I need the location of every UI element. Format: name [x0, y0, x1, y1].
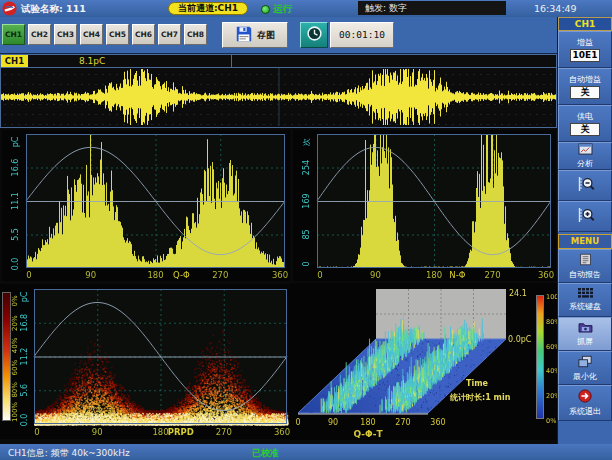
qphi-histogram-chart	[2, 130, 290, 281]
channel-button-ch6[interactable]: CH6	[132, 24, 155, 45]
save-image-button[interactable]: 存图	[222, 22, 288, 48]
timer-display: 00:01:10	[330, 22, 394, 48]
axis-zoom-in-icon	[576, 206, 595, 227]
peak-charge-readout: 8.1pC	[79, 56, 105, 66]
save-image-label: 存图	[257, 29, 275, 42]
auto-report-label: 自动报告	[569, 269, 601, 280]
channel-tag: CH1	[1, 55, 28, 67]
channel-buttons: CH1CH2CH3CH4CH5CH6CH7CH8	[2, 24, 207, 45]
exit-icon	[578, 389, 592, 405]
qphit-3d-chart	[290, 283, 557, 440]
power-supply-value: 关	[570, 123, 600, 136]
channel-button-ch1[interactable]: CH1	[2, 24, 25, 45]
system-keyboard-label: 系统键盘	[569, 301, 601, 312]
prpd-heatmap-chart	[0, 284, 290, 439]
history-timer-button[interactable]	[300, 22, 328, 48]
run-status-label: 运行	[273, 3, 292, 16]
screen-capture-label: 抓屏	[577, 336, 593, 347]
app-logo-icon	[2, 1, 17, 16]
gain-value: 10E1	[570, 49, 600, 62]
zoom-out-button[interactable]	[558, 170, 612, 201]
channel-button-ch2[interactable]: CH2	[28, 24, 51, 45]
channel-button-ch4[interactable]: CH4	[80, 24, 103, 45]
zoom-in-button[interactable]	[558, 201, 612, 232]
auto-gain-label: 自动增益	[569, 74, 601, 85]
auto-gain-value: 关	[570, 86, 600, 99]
screen-capture-button[interactable]: 抓屏	[558, 317, 612, 351]
gain-button[interactable]: 增益 10E1	[558, 31, 612, 68]
system-exit-label: 系统退出	[569, 406, 601, 417]
system-keyboard-button[interactable]: 系统键盘	[558, 283, 612, 317]
floppy-disk-icon	[235, 25, 253, 45]
run-indicator-icon	[261, 5, 270, 14]
clock-history-icon	[306, 25, 323, 46]
waveform-chart	[1, 68, 556, 126]
system-clock: 16:34:49	[534, 3, 577, 14]
waveform-header: CH1 8.1pC	[1, 55, 556, 68]
sidebar: CH1 增益 10E1 自动增益 关 供电 关 分析	[557, 17, 612, 444]
top-bar: 试验名称: 111 当前通道:CH1 运行 触发: 数字 16:34:49	[0, 0, 612, 17]
test-name-label: 试验名称: 111	[21, 3, 86, 16]
run-status: 运行	[261, 3, 292, 16]
minimize-label: 最小化	[573, 371, 597, 382]
pd-analyzer-window: 试验名称: 111 当前通道:CH1 运行 触发: 数字 16:34:49 CH…	[0, 0, 612, 460]
power-supply-label: 供电	[577, 111, 593, 122]
keyboard-icon	[578, 288, 593, 300]
minimize-windows-icon	[578, 355, 592, 370]
capture-folder-icon	[578, 321, 593, 335]
channel-button-ch7[interactable]: CH7	[158, 24, 181, 45]
analysis-label: 分析	[577, 158, 593, 169]
analysis-window-icon	[578, 143, 593, 157]
auto-gain-button[interactable]: 自动增益 关	[558, 68, 612, 105]
calibrated-badge: 已校准	[252, 447, 279, 460]
nphi-histogram-chart	[293, 130, 556, 281]
menu-header: MENU	[558, 234, 612, 249]
trigger-mode-box: 触发: 数字	[358, 1, 506, 15]
channel-button-ch3[interactable]: CH3	[54, 24, 77, 45]
toolbar: CH1CH2CH3CH4CH5CH6CH7CH8 存图 00:01:10	[0, 17, 557, 54]
channel-info-label: CH1信息: 频带 40k~300kHz	[8, 447, 130, 460]
gain-label: 增益	[577, 37, 593, 48]
current-channel-badge: 当前通道:CH1	[168, 2, 248, 15]
report-document-icon	[579, 253, 592, 268]
status-bar: CH1信息: 频带 40k~300kHz 已校准	[0, 444, 612, 460]
channel-button-ch5[interactable]: CH5	[106, 24, 129, 45]
power-supply-button[interactable]: 供电 关	[558, 105, 612, 142]
auto-report-button[interactable]: 自动报告	[558, 249, 612, 283]
axis-zoom-out-icon	[576, 175, 595, 196]
header-divider	[231, 55, 232, 68]
sidebar-channel-header: CH1	[558, 17, 612, 31]
analysis-button[interactable]: 分析	[558, 142, 612, 170]
minimize-button[interactable]: 最小化	[558, 351, 612, 385]
channel-button-ch8[interactable]: CH8	[184, 24, 207, 45]
system-exit-button[interactable]: 系统退出	[558, 385, 612, 421]
